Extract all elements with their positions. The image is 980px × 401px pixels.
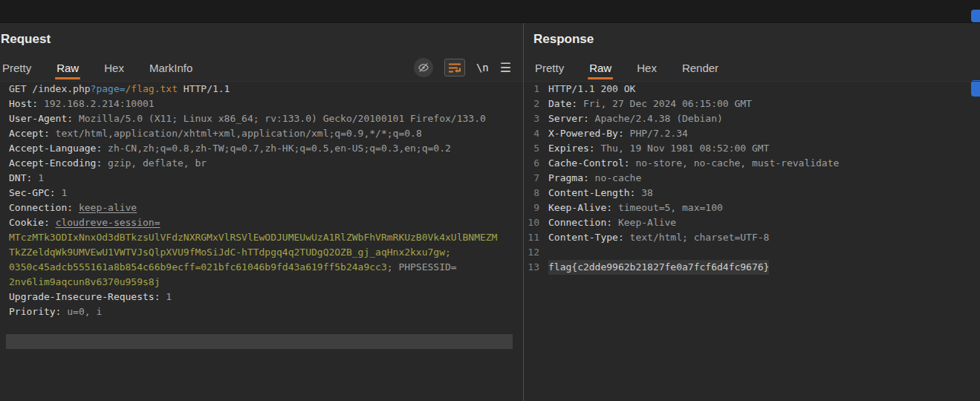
token: Priority:	[9, 306, 61, 317]
code-line[interactable]: Accept-Language: zh-CN,zh;q=0.8,zh-TW;q=…	[6, 141, 513, 156]
token: Date:	[548, 98, 577, 109]
code-line[interactable]: 11Content-Type: text/html; charset=UTF-8	[524, 230, 980, 245]
line-text: Pragma: no-cache	[548, 171, 641, 186]
code-line[interactable]: TkZZeldqWk9UMVEwU1VWTVJsQlpXVU9fMoSiJdC-…	[6, 245, 513, 260]
code-line[interactable]: DNT: 1	[6, 171, 513, 186]
line-text: Content-Length: 38	[548, 186, 653, 200]
token: GET /index.php	[9, 83, 91, 94]
line-number: 8	[524, 186, 543, 200]
line-text: Connection: Keep-Alive	[548, 215, 676, 230]
token: u=0, i	[61, 306, 102, 317]
line-text: Date: Fri, 27 Dec 2024 06:15:00 GMT	[548, 97, 752, 111]
request-tab-pretty[interactable]: Pretty	[1, 56, 33, 80]
request-tab-hex[interactable]: Hex	[103, 56, 126, 80]
code-line[interactable]: 1HTTP/1.1 200 OK	[524, 82, 980, 97]
token: cloudreve-session=	[56, 217, 160, 228]
line-number: 6	[524, 156, 543, 171]
code-line[interactable]: 2nv6lim9aqcun8v6370u959s8j	[6, 275, 513, 290]
code-line[interactable]	[6, 319, 513, 334]
token: Upgrade-Insecure-Requests:	[9, 291, 160, 302]
code-line[interactable]: 5Expires: Thu, 19 Nov 1981 08:52:00 GMT	[524, 141, 980, 156]
token: HTTP/1.1	[178, 83, 230, 94]
line-text: Expires: Thu, 19 Nov 1981 08:52:00 GMT	[548, 141, 769, 156]
code-line[interactable]: 4X-Powered-By: PHP/7.2.34	[524, 126, 980, 141]
token: Accept:	[9, 128, 50, 139]
code-line[interactable]: 2Date: Fri, 27 Dec 2024 06:15:00 GMT	[524, 97, 980, 111]
token: /flag.txt	[126, 83, 178, 94]
code-line[interactable]: 0350c45adcb555161a8b854c66b9ecff=021bfc6…	[6, 260, 513, 275]
token: Accept-Encoding:	[9, 157, 102, 169]
response-panel-title: Response	[524, 23, 980, 54]
window-top-strip	[0, 0, 980, 23]
line-number: 2	[524, 97, 543, 111]
token: Connection:	[548, 217, 612, 228]
token: Fri, 27 Dec 2024 06:15:00 GMT	[577, 98, 752, 109]
token: Keep-Alive	[612, 217, 676, 228]
token: Host:	[9, 98, 38, 109]
token: 1	[160, 291, 172, 302]
code-line[interactable]: Cookie: cloudreve-session=	[6, 215, 513, 230]
token: 021bfc61046b9fd43a619ff5b24a9cc3	[201, 261, 386, 273]
token: flag{c2dde9962b21827fe0a7fcf6d4fc9676}	[548, 261, 769, 273]
token: Expires:	[548, 143, 595, 154]
code-line[interactable]: Connection: keep-alive	[6, 200, 513, 215]
token: PHPSESSID=	[398, 261, 456, 273]
token: Cache-Control:	[548, 157, 630, 169]
menu-icon[interactable]: ☰	[500, 60, 511, 76]
line-number: 11	[524, 230, 543, 245]
response-editor[interactable]: 1HTTP/1.1 200 OK2Date: Fri, 27 Dec 2024 …	[524, 82, 980, 401]
code-line[interactable]: Upgrade-Insecure-Requests: 1	[6, 290, 513, 304]
code-line[interactable]	[6, 334, 513, 349]
request-tabbar: Pretty Raw Hex MarkInfo	[0, 54, 523, 82]
code-line[interactable]: 8Content-Length: 38	[524, 186, 980, 200]
line-text: Server: Apache/2.4.38 (Debian)	[548, 111, 723, 126]
line-number: 9	[524, 200, 543, 215]
code-line[interactable]: MTczMTk3ODIxNnxOd3dBTkzsUlVFdzNXRGMxVlRS…	[6, 230, 513, 245]
line-text: X-Powered-By: PHP/7.2.34	[548, 126, 688, 141]
code-line[interactable]: User-Agent: Mozilla/5.0 (X11; Linux x86_…	[6, 111, 513, 126]
code-line[interactable]: Host: 192.168.2.214:10001	[6, 97, 513, 111]
request-editor[interactable]: GET /index.php?page=/flag.txt HTTP/1.1Ho…	[0, 82, 523, 401]
token: TkZZeldqWk9UMVEwU1VWTVJsQlpXVU9fMoSiJdC-…	[9, 247, 451, 258]
response-tabbar: Pretty Raw Hex Render	[524, 54, 980, 82]
token: Cookie:	[9, 217, 50, 228]
code-line[interactable]: GET /index.php?page=/flag.txt HTTP/1.1	[6, 82, 513, 97]
request-tab-markinfo[interactable]: MarkInfo	[148, 56, 194, 80]
eye-off-icon[interactable]	[414, 58, 433, 77]
code-line[interactable]: 9Keep-Alive: timeout=5, max=100	[524, 200, 980, 215]
token: 38	[635, 187, 652, 198]
inspector-toggle-icon[interactable]	[971, 10, 980, 22]
response-tab-render[interactable]: Render	[681, 56, 720, 80]
newline-icon[interactable]: \n	[476, 62, 489, 74]
token: Accept-Language:	[9, 143, 102, 154]
line-number: 12	[524, 245, 543, 260]
request-tab-raw[interactable]: Raw	[55, 56, 80, 80]
code-line[interactable]: 12	[524, 245, 980, 260]
code-line[interactable]: Accept: text/html,application/xhtml+xml,…	[6, 126, 513, 141]
response-tab-raw[interactable]: Raw	[588, 56, 613, 80]
line-text: flag{c2dde9962b21827fe0a7fcf6d4fc9676}	[548, 260, 769, 275]
token: gzip, deflate, br	[102, 157, 207, 169]
response-tab-hex[interactable]: Hex	[635, 56, 658, 80]
code-line[interactable]: 13flag{c2dde9962b21827fe0a7fcf6d4fc9676}	[524, 260, 980, 275]
code-line[interactable]: 3Server: Apache/2.4.38 (Debian)	[524, 111, 980, 126]
wrap-lines-icon[interactable]	[444, 59, 465, 76]
code-line[interactable]: 10Connection: Keep-Alive	[524, 215, 980, 230]
code-line[interactable]: Priority: u=0, i	[6, 304, 513, 319]
inspector-collapsed-button[interactable]	[971, 80, 980, 97]
line-number: 1	[524, 82, 543, 97]
code-line[interactable]: Sec-GPC: 1	[6, 186, 513, 200]
code-line[interactable]: Accept-Encoding: gzip, deflate, br	[6, 156, 513, 171]
token: 0350c45adcb555161a8b854c66b9ecff=	[9, 261, 201, 273]
code-line[interactable]: 7Pragma: no-cache	[524, 171, 980, 186]
request-editor-toolbar: \n ☰	[414, 54, 511, 81]
token: 1	[56, 187, 68, 198]
code-line[interactable]: 6Cache-Control: no-store, no-cache, must…	[524, 156, 980, 171]
line-number: 4	[524, 126, 543, 141]
line-number: 3	[524, 111, 543, 126]
response-tab-pretty[interactable]: Pretty	[533, 56, 565, 80]
token: Connection:	[9, 202, 73, 213]
line-text: Cache-Control: no-store, no-cache, must-…	[548, 156, 839, 171]
token: 192.168.2.214:10001	[38, 98, 155, 109]
token: keep-alive	[79, 202, 137, 213]
